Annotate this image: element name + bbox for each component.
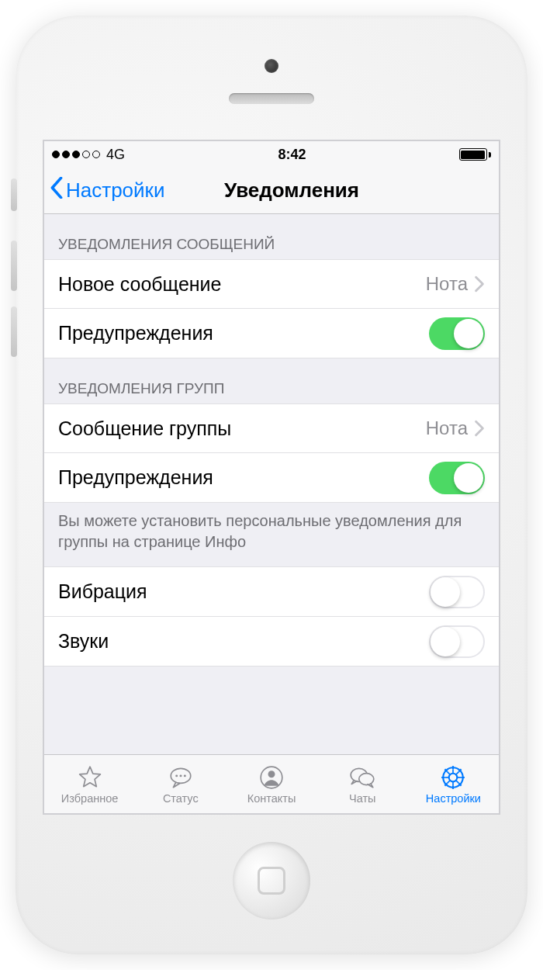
chevron-left-icon bbox=[49, 177, 64, 204]
row-new-message[interactable]: Новое сообщение Нота bbox=[44, 259, 499, 309]
tab-label: Настройки bbox=[426, 792, 481, 805]
status-bar: 4G 8:42 bbox=[44, 141, 499, 168]
chevron-right-icon bbox=[474, 420, 485, 437]
row-vibration: Вибрация bbox=[44, 567, 499, 617]
tab-label: Чаты bbox=[349, 792, 375, 805]
tab-label: Контакты bbox=[247, 792, 296, 805]
row-label: Звуки bbox=[58, 630, 429, 653]
svg-point-5 bbox=[268, 770, 275, 777]
svg-point-7 bbox=[359, 773, 374, 784]
home-button[interactable] bbox=[233, 842, 310, 919]
section-header-groups: УВЕДОМЛЕНИЯ ГРУПП bbox=[44, 358, 499, 403]
screen: 4G 8:42 Настройки Уведомления УВЕДОМЛЕНИ… bbox=[43, 140, 500, 815]
row-value: Нота bbox=[426, 273, 468, 295]
device-frame: 4G 8:42 Настройки Уведомления УВЕДОМЛЕНИ… bbox=[16, 16, 527, 954]
star-icon bbox=[76, 764, 104, 791]
back-label: Настройки bbox=[66, 178, 165, 203]
row-sounds: Звуки bbox=[44, 617, 499, 667]
carrier-label: 4G bbox=[106, 147, 125, 163]
svg-line-22 bbox=[448, 771, 451, 774]
tab-bar: Избранное Статус Контакты Чаты bbox=[44, 754, 499, 813]
side-button bbox=[11, 306, 17, 357]
svg-point-3 bbox=[184, 774, 186, 777]
navigation-bar: Настройки Уведомления bbox=[44, 168, 499, 214]
row-label: Предупреждения bbox=[58, 466, 429, 489]
clock: 8:42 bbox=[278, 147, 306, 163]
row-group-message[interactable]: Сообщение группы Нота bbox=[44, 403, 499, 453]
svg-point-1 bbox=[175, 774, 178, 777]
row-message-alerts: Предупреждения bbox=[44, 309, 499, 358]
gear-icon bbox=[439, 764, 467, 791]
tab-contacts[interactable]: Контакты bbox=[226, 755, 316, 813]
row-label: Предупреждения bbox=[58, 322, 429, 345]
svg-line-24 bbox=[448, 780, 451, 783]
page-title: Уведомления bbox=[224, 178, 359, 203]
tab-favorites[interactable]: Избранное bbox=[44, 755, 135, 813]
row-label: Вибрация bbox=[58, 580, 429, 603]
chats-icon bbox=[348, 764, 376, 791]
svg-line-25 bbox=[456, 771, 459, 774]
tab-label: Статус bbox=[163, 792, 199, 805]
tab-settings[interactable]: Настройки bbox=[408, 755, 499, 813]
side-button bbox=[11, 178, 17, 211]
front-camera bbox=[265, 59, 278, 73]
earpiece bbox=[229, 93, 314, 104]
speech-bubble-icon bbox=[167, 764, 195, 791]
chevron-right-icon bbox=[474, 275, 485, 293]
battery-icon bbox=[459, 148, 491, 161]
svg-line-23 bbox=[456, 780, 459, 783]
person-icon bbox=[258, 764, 285, 791]
row-label: Новое сообщение bbox=[58, 273, 426, 296]
message-alerts-toggle[interactable] bbox=[429, 317, 485, 350]
section-header-messages: УВЕДОМЛЕНИЯ СООБЩЕНИЙ bbox=[44, 214, 499, 259]
back-button[interactable]: Настройки bbox=[49, 177, 165, 204]
settings-content[interactable]: УВЕДОМЛЕНИЯ СООБЩЕНИЙ Новое сообщение Но… bbox=[44, 214, 499, 754]
svg-point-2 bbox=[179, 774, 182, 777]
row-group-alerts: Предупреждения bbox=[44, 453, 499, 503]
vibration-toggle[interactable] bbox=[429, 576, 485, 608]
tab-status[interactable]: Статус bbox=[135, 755, 226, 813]
row-label: Сообщение группы bbox=[58, 417, 426, 440]
tab-label: Избранное bbox=[61, 792, 118, 805]
side-button bbox=[11, 241, 17, 291]
tab-chats[interactable]: Чаты bbox=[317, 755, 408, 813]
group-alerts-toggle[interactable] bbox=[429, 462, 485, 494]
row-value: Нота bbox=[426, 417, 468, 439]
signal-strength-icon bbox=[52, 151, 100, 158]
section-footer-note: Вы можете установить персональные уведом… bbox=[44, 503, 499, 567]
sounds-toggle[interactable] bbox=[429, 625, 485, 658]
